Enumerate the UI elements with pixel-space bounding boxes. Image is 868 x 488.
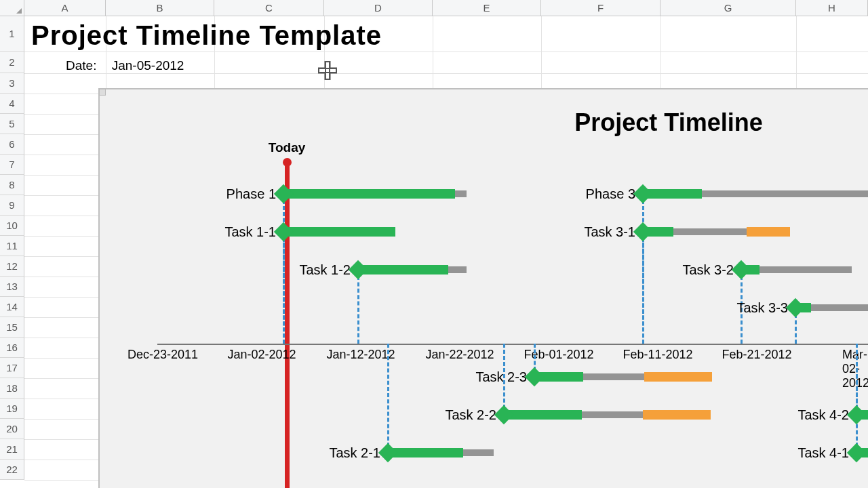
today-label: Today bbox=[269, 140, 306, 155]
x-tick: Feb-11-2012 bbox=[623, 348, 692, 362]
row-15[interactable]: 15 bbox=[0, 317, 24, 338]
col-A[interactable]: A bbox=[24, 0, 106, 16]
row-9[interactable]: 9 bbox=[0, 195, 24, 216]
diamond-icon bbox=[847, 405, 866, 424]
row-13[interactable]: 13 bbox=[0, 277, 24, 297]
x-tick: Mar-02-2012 bbox=[842, 348, 868, 390]
x-tick: Jan-02-2012 bbox=[227, 348, 296, 362]
today-line bbox=[285, 159, 290, 488]
row-4[interactable]: 4 bbox=[0, 94, 24, 114]
x-tick: Jan-12-2012 bbox=[326, 348, 395, 362]
x-tick: Jan-22-2012 bbox=[425, 348, 494, 362]
row-2[interactable]: 2 bbox=[0, 52, 24, 73]
cell-cursor-icon bbox=[318, 61, 337, 80]
drop-line bbox=[856, 344, 858, 447]
page-title: Project Timeline Template bbox=[31, 20, 382, 51]
row-20[interactable]: 20 bbox=[0, 419, 24, 439]
row-12[interactable]: 12 bbox=[0, 256, 24, 277]
x-axis bbox=[157, 344, 868, 345]
row-11[interactable]: 11 bbox=[0, 236, 24, 256]
drop-line bbox=[283, 238, 285, 344]
column-headers: A B C D E F G H bbox=[0, 0, 868, 16]
chart-title: Project Timeline bbox=[100, 108, 868, 137]
row-headers: 12345678910111213141516171819202122 bbox=[0, 16, 24, 480]
drop-line bbox=[795, 314, 797, 344]
task-label: Task 1-2 bbox=[299, 264, 351, 276]
diamond-icon bbox=[274, 222, 293, 241]
diamond-icon bbox=[525, 367, 544, 386]
date-value[interactable]: Jan-05-2012 bbox=[112, 58, 184, 73]
row-3[interactable]: 3 bbox=[0, 73, 24, 94]
select-all-corner[interactable] bbox=[0, 0, 24, 16]
row-18[interactable]: 18 bbox=[0, 378, 24, 399]
chart-resize-handle[interactable] bbox=[99, 89, 106, 96]
task-label: Task 2-3 bbox=[475, 371, 527, 383]
row-17[interactable]: 17 bbox=[0, 358, 24, 378]
diamond-icon bbox=[378, 443, 397, 462]
drop-line bbox=[357, 276, 359, 344]
col-H[interactable]: H bbox=[796, 0, 868, 16]
drop-line bbox=[503, 344, 505, 409]
row-6[interactable]: 6 bbox=[0, 134, 24, 155]
diamond-icon bbox=[786, 298, 805, 317]
col-D[interactable]: D bbox=[324, 0, 433, 16]
task-label: Task 3-1 bbox=[584, 226, 635, 238]
task-label: Task 3-3 bbox=[736, 302, 788, 314]
row-10[interactable]: 10 bbox=[0, 216, 24, 236]
row-5[interactable]: 5 bbox=[0, 114, 24, 134]
task-label: Phase 1 bbox=[226, 188, 276, 200]
diamond-icon bbox=[633, 222, 652, 241]
diamond-icon bbox=[274, 184, 293, 203]
col-F[interactable]: F bbox=[541, 0, 660, 16]
drop-line bbox=[387, 344, 389, 447]
task-label: Task 2-2 bbox=[445, 409, 496, 421]
x-tick: Feb-21-2012 bbox=[722, 348, 791, 362]
task-label: Task 3-2 bbox=[682, 264, 734, 276]
diamond-icon bbox=[732, 260, 751, 279]
task-label: Phase 3 bbox=[586, 188, 635, 200]
drop-line bbox=[642, 238, 644, 344]
row-22[interactable]: 22 bbox=[0, 460, 24, 480]
diamond-icon bbox=[349, 260, 368, 279]
task-label: Task 1-1 bbox=[224, 226, 276, 238]
row-16[interactable]: 16 bbox=[0, 338, 24, 358]
col-G[interactable]: G bbox=[660, 0, 796, 16]
diamond-icon bbox=[494, 405, 513, 424]
diamond-icon bbox=[847, 443, 866, 462]
row-7[interactable]: 7 bbox=[0, 155, 24, 175]
chart-plot-area[interactable]: Today Dec-23-2011Jan-02-2012Jan-12-2012J… bbox=[151, 140, 868, 488]
chart-object[interactable]: Project Timeline Today Dec-23-2011Jan-02… bbox=[98, 88, 868, 488]
row-19[interactable]: 19 bbox=[0, 399, 24, 419]
row-1[interactable]: 1 bbox=[0, 16, 24, 52]
date-label: Date: bbox=[66, 58, 96, 73]
row-8[interactable]: 8 bbox=[0, 175, 24, 195]
row-14[interactable]: 14 bbox=[0, 297, 24, 317]
col-B[interactable]: B bbox=[106, 0, 214, 16]
diamond-icon bbox=[633, 184, 652, 203]
row-21[interactable]: 21 bbox=[0, 439, 24, 460]
col-C[interactable]: C bbox=[214, 0, 324, 16]
task-label: Task 2-1 bbox=[329, 447, 380, 459]
task-label: Task 4-2 bbox=[797, 409, 849, 421]
col-E[interactable]: E bbox=[433, 0, 541, 16]
x-tick: Dec-23-2011 bbox=[127, 348, 198, 362]
task-label: Task 4-1 bbox=[797, 447, 849, 459]
